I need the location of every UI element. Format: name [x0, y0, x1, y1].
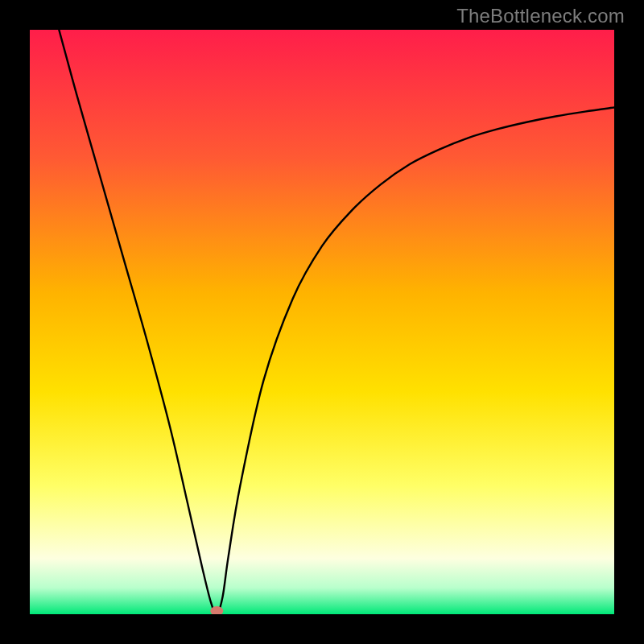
attribution-label: TheBottleneck.com	[456, 5, 625, 27]
chart-frame: TheBottleneck.com	[0, 0, 644, 644]
gradient-background	[30, 30, 614, 614]
plot-area	[30, 30, 614, 614]
bottleneck-chart	[30, 30, 614, 614]
